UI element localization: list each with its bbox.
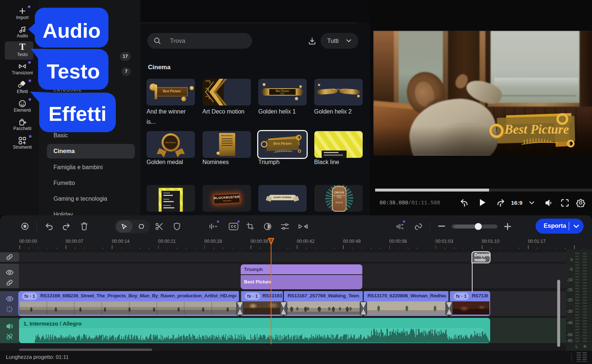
- svg-text:Best Picture: Best Picture: [504, 122, 569, 137]
- svg-text:Audio: Audio: [42, 19, 101, 42]
- svg-text:Effetti: Effetti: [48, 102, 107, 125]
- svg-text:Testo: Testo: [47, 60, 100, 83]
